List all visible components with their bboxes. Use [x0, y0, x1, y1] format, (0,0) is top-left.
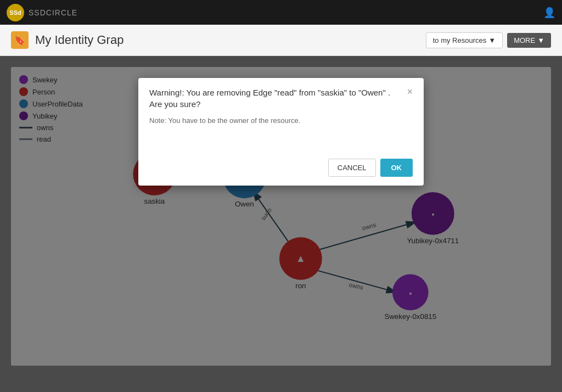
- dropdown-arrow-icon: ▼: [488, 36, 496, 44]
- brand-logo-text: SSd: [9, 9, 21, 16]
- resources-dropdown[interactable]: to my Resources ▼: [426, 32, 503, 48]
- modal-note: Note: You have to be the owner of the re…: [149, 116, 413, 125]
- user-icon[interactable]: 👤: [543, 7, 555, 19]
- header-right: to my Resources ▼ MORE ▼: [426, 32, 551, 48]
- page-title: My Identity Grap: [35, 33, 123, 47]
- page-header: 🔖 My Identity Grap to my Resources ▼ MOR…: [0, 25, 562, 56]
- brand-name: SSDCIRCLE: [29, 8, 77, 17]
- more-button[interactable]: MORE ▼: [507, 33, 551, 48]
- page-content: 🔖 My Identity Grap to my Resources ▼ MOR…: [0, 25, 562, 392]
- modal-header: Warning!: You are removing Edge "read" f…: [138, 78, 424, 114]
- brand: SSd SSDCIRCLE: [7, 4, 77, 21]
- page-header-icon: 🔖: [11, 31, 29, 49]
- graph-area: Swekey Person UserProfileData Yubikey ow…: [11, 67, 551, 366]
- resources-dropdown-label: to my Resources: [433, 36, 487, 44]
- more-arrow-icon: ▼: [537, 36, 544, 44]
- ok-button[interactable]: OK: [380, 159, 413, 177]
- modal-overlay: Warning!: You are removing Edge "read" f…: [11, 67, 551, 366]
- modal-close-button[interactable]: ×: [407, 87, 413, 97]
- navbar: SSd SSDCIRCLE 👤: [0, 0, 562, 25]
- modal-dialog: Warning!: You are removing Edge "read" f…: [138, 78, 424, 186]
- cancel-button[interactable]: CANCEL: [328, 159, 376, 177]
- modal-footer: CANCEL OK: [138, 152, 424, 186]
- modal-title: Warning!: You are removing Edge "read" f…: [149, 87, 407, 110]
- modal-body: Note: You have to be the owner of the re…: [138, 114, 424, 152]
- brand-logo: SSd: [7, 4, 24, 21]
- more-button-label: MORE: [514, 36, 535, 44]
